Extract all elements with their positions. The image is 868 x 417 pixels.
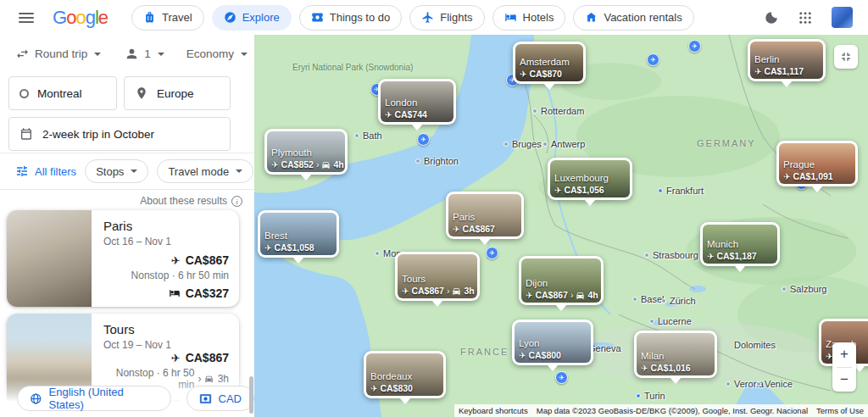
- map-card-berlin[interactable]: Berlin ✈CA$1,117: [748, 39, 826, 81]
- divider: [0, 153, 254, 153]
- flight-marker-icon[interactable]: ✈: [647, 53, 659, 66]
- seat-class-select[interactable]: Economy: [186, 47, 248, 60]
- trip-type-select[interactable]: Round trip: [15, 47, 101, 61]
- city-dot-icon: [532, 108, 537, 114]
- apps-grid-icon[interactable]: [798, 10, 813, 25]
- explore-map[interactable]: Eryri National Park (Snowdonia) Bath Bri…: [254, 35, 868, 417]
- avatar[interactable]: [832, 7, 853, 28]
- all-filters-button[interactable]: All filters: [15, 164, 76, 178]
- top-app-bar: Google Travel Explore Things to do Fligh…: [0, 0, 868, 35]
- city-dot-icon: [661, 298, 666, 303]
- flight-price: CA$867: [186, 253, 229, 267]
- chevron-down-icon: [158, 53, 164, 56]
- chevron-down-icon: [94, 53, 101, 56]
- map-attribution: Keyboard shortcuts Map data ©2023 GeoBas…: [454, 404, 868, 417]
- tab-label: Vacation rentals: [604, 11, 682, 24]
- chevron-down-icon: [131, 170, 137, 173]
- flight-icon: ✈: [641, 364, 648, 373]
- tab-flights[interactable]: Flights: [409, 5, 484, 31]
- dark-mode-icon[interactable]: [764, 10, 779, 25]
- google-logo[interactable]: Google: [53, 7, 108, 29]
- city-dot-icon: [354, 133, 359, 138]
- flight-icon: ✈: [171, 352, 181, 364]
- chevron-down-icon: [236, 170, 242, 173]
- map-card-tours[interactable]: Tours ✈CA$867›3h: [395, 252, 480, 301]
- city-dot-icon: [375, 251, 380, 256]
- map-card-plymouth[interactable]: Plymouth ✈CA$852›4h: [264, 129, 348, 175]
- map-label-city: Bruges: [504, 139, 542, 149]
- city-dot-icon: [504, 142, 509, 147]
- scrollbar[interactable]: [249, 376, 253, 414]
- map-label-city: Rotterdam: [532, 106, 584, 116]
- terms-of-use-link[interactable]: Terms of Use: [812, 404, 868, 417]
- map-card-bordeaux[interactable]: Bordeaux ✈CA$830: [364, 351, 446, 398]
- result-dates: Oct 16 – Nov 1: [103, 236, 229, 247]
- city-photo: [7, 210, 92, 307]
- travel-mode-filter[interactable]: Travel mode: [157, 159, 253, 183]
- map-label-city: Turin: [636, 391, 665, 401]
- city-dot-icon: [726, 381, 731, 386]
- map-card-luxembourg[interactable]: Luxembourg ✈CA$1,056: [548, 158, 632, 200]
- info-icon[interactable]: i: [231, 196, 242, 207]
- dates-input[interactable]: 2-week trip in October: [8, 117, 231, 151]
- about-these-results[interactable]: About these results i: [140, 195, 242, 207]
- result-card-paris[interactable]: Paris Oct 16 – Nov 1 ✈CA$867 Nonstop · 6…: [7, 210, 239, 307]
- origin-input[interactable]: Montreal: [8, 76, 117, 110]
- nav-tabs: Travel Explore Things to do Flights Hote…: [131, 5, 694, 31]
- flight-icon: ✈: [520, 70, 526, 79]
- tab-hotels[interactable]: Hotels: [492, 5, 566, 31]
- tab-travel[interactable]: Travel: [131, 5, 204, 31]
- hotel-icon: [169, 287, 181, 299]
- globe-icon: [30, 392, 42, 405]
- menu-icon[interactable]: [19, 13, 34, 23]
- map-card-london[interactable]: London ✈CA$744: [378, 79, 456, 125]
- map-label-country: FRANCE: [460, 347, 509, 357]
- passengers-select[interactable]: 1: [125, 47, 164, 61]
- map-card-lyon[interactable]: Lyon ✈CA$800: [512, 320, 593, 365]
- flight-marker-icon[interactable]: ✈: [486, 247, 498, 259]
- flight-price: CA$867: [186, 351, 229, 364]
- language-button[interactable]: English (United States): [17, 386, 171, 411]
- city-dot-icon: [782, 286, 787, 292]
- flight-icon: ✈: [554, 186, 561, 195]
- map-data-text: Map data ©2023 GeoBasis-DE/BKG (©2009), …: [532, 404, 812, 417]
- explore-icon: [224, 11, 236, 24]
- fullscreen-exit-icon: [839, 50, 853, 64]
- map-card-amsterdam[interactable]: Amsterdam ✈CA$870: [513, 42, 586, 84]
- flight-icon: ✈: [519, 351, 526, 360]
- flight-icon: ✈: [264, 243, 271, 253]
- flight-marker-icon[interactable]: ✈: [688, 40, 701, 53]
- map-card-dijon[interactable]: Dijon ✈CA$867›4h: [519, 256, 604, 305]
- keyboard-shortcuts-link[interactable]: Keyboard shortcuts: [454, 404, 532, 417]
- flight-icon: ✈: [271, 160, 278, 170]
- zoom-out-button[interactable]: −: [832, 368, 856, 392]
- flight-marker-icon[interactable]: ✈: [417, 133, 430, 146]
- house-icon: [585, 11, 598, 24]
- map-card-paris[interactable]: Paris ✈CA$867: [446, 192, 524, 239]
- flight-icon: ✈: [707, 252, 714, 261]
- tab-vacation-rentals[interactable]: Vacation rentals: [573, 5, 693, 31]
- destination-input[interactable]: Europe: [124, 76, 231, 110]
- flight-icon: ✈: [171, 254, 181, 267]
- collapse-map-button[interactable]: [834, 45, 858, 69]
- zoom-in-button[interactable]: +: [832, 342, 856, 367]
- map-card-brest[interactable]: Brest ✈CA$1,058: [258, 210, 339, 258]
- tab-label: Travel: [162, 11, 192, 24]
- stops-filter[interactable]: Stops: [85, 159, 148, 183]
- flight-icon: ✈: [754, 67, 761, 76]
- flight-icon: ✈: [402, 286, 409, 296]
- tune-icon: [15, 164, 29, 178]
- map-card-munich[interactable]: Munich ✈CA$1,187: [700, 222, 780, 266]
- map-card-prague[interactable]: Prague ✈CA$1,091: [776, 141, 858, 186]
- map-label-city: Basel: [632, 294, 665, 304]
- map-label-city: Zürich: [661, 296, 696, 306]
- currency-button[interactable]: CAD: [186, 386, 254, 411]
- map-label-city: Frankfurt: [658, 186, 704, 196]
- origin-circle-icon: [19, 89, 29, 98]
- tab-things-to-do[interactable]: Things to do: [299, 5, 403, 31]
- flight-marker-icon[interactable]: ✈: [555, 371, 568, 384]
- tab-explore[interactable]: Explore: [212, 5, 292, 31]
- city-dot-icon: [542, 142, 548, 147]
- map-card-milan[interactable]: Milan ✈CA$1,016: [634, 331, 717, 378]
- chevron-down-icon: [241, 53, 248, 56]
